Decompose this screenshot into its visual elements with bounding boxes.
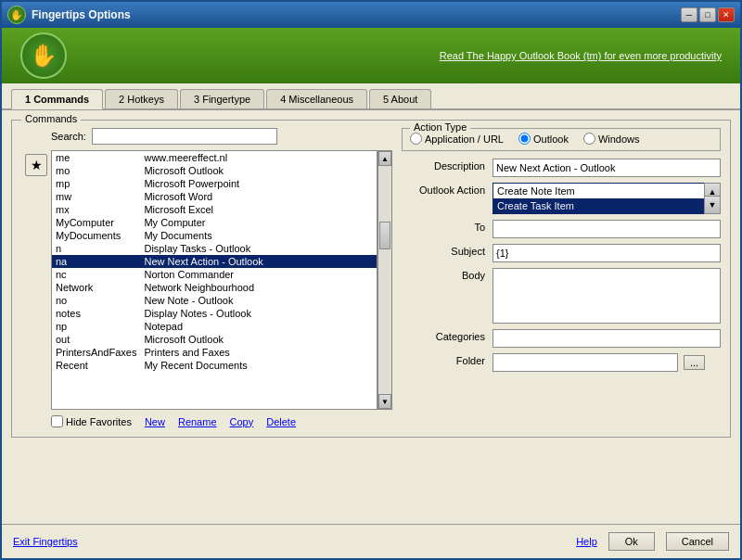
search-bar: Search: bbox=[51, 128, 392, 145]
command-list[interactable]: mewww.meereffect.nlmoMicrosoft Outlookmp… bbox=[51, 150, 377, 410]
subject-input[interactable] bbox=[493, 244, 721, 262]
list-scrollbar: ▲ ▼ bbox=[377, 150, 392, 410]
list-item[interactable]: mpMicrosoft Powerpoint bbox=[52, 177, 377, 190]
list-item[interactable]: RecentMy Recent Documents bbox=[52, 359, 377, 372]
outlook-action-dropdown[interactable]: Create Note Item Create Task Item ▲ ▼ bbox=[493, 183, 721, 214]
logo-icon: ✋ bbox=[10, 9, 23, 21]
list-item[interactable]: mxMicrosoft Excel bbox=[52, 203, 377, 216]
tab-about[interactable]: 5 About bbox=[369, 89, 431, 108]
close-button[interactable]: ✕ bbox=[718, 7, 735, 22]
action-type-label: Action Type bbox=[410, 121, 470, 133]
copy-link[interactable]: Copy bbox=[230, 416, 254, 427]
list-item[interactable]: PrintersAndFaxesPrinters and Faxes bbox=[52, 346, 377, 359]
cancel-button[interactable]: Cancel bbox=[666, 532, 729, 551]
minimize-button[interactable]: ─ bbox=[681, 7, 697, 22]
maximize-button[interactable]: □ bbox=[699, 7, 716, 22]
action-type-radio-row: Application / URL Outlook Windows bbox=[410, 133, 712, 145]
outlook-action-list: Create Note Item Create Task Item bbox=[493, 183, 721, 214]
list-item[interactable]: noNew Note - Outlook bbox=[52, 294, 377, 307]
description-row: Description bbox=[402, 159, 721, 177]
dropdown-item-create-task[interactable]: Create Task Item bbox=[493, 198, 720, 213]
list-item[interactable]: NetworkNetwork Neighbourhood bbox=[52, 281, 377, 294]
header-logo: ✋ bbox=[20, 32, 67, 79]
help-link[interactable]: Help bbox=[576, 536, 597, 547]
list-item[interactable]: naNew Next Action - Outlook bbox=[52, 255, 377, 268]
scroll-up-button[interactable]: ▲ bbox=[378, 151, 391, 166]
tab-commands[interactable]: 1 Commands bbox=[11, 89, 103, 109]
subject-label: Subject bbox=[402, 244, 485, 257]
list-actions: Hide Favorites New Rename Copy Delete bbox=[51, 415, 392, 427]
list-container: ★ mewww.meereffect.nlmoMicrosoft Outlook… bbox=[21, 150, 392, 410]
radio-outlook-label: Outlook bbox=[533, 134, 569, 145]
dropdown-scroll-down[interactable]: ▼ bbox=[704, 196, 721, 214]
tab-fingertype[interactable]: 3 Fingertype bbox=[180, 89, 264, 108]
folder-browse-button[interactable]: ... bbox=[684, 355, 705, 370]
radio-windows-input[interactable] bbox=[583, 133, 595, 145]
ok-button[interactable]: Ok bbox=[608, 532, 655, 551]
radio-outlook-input[interactable] bbox=[518, 133, 531, 145]
to-row: To bbox=[402, 220, 721, 238]
delete-link[interactable]: Delete bbox=[266, 416, 296, 427]
list-item[interactable]: npNotepad bbox=[52, 320, 377, 333]
search-label: Search: bbox=[51, 131, 86, 142]
header-link[interactable]: Read The Happy Outlook Book (tm) for eve… bbox=[440, 50, 722, 61]
logo-hand-icon: ✋ bbox=[30, 43, 58, 69]
list-item[interactable]: notesDisplay Notes - Outlook bbox=[52, 307, 377, 320]
radio-application-url: Application / URL bbox=[410, 133, 504, 145]
folder-container: ... bbox=[493, 353, 705, 372]
exit-fingertips-link[interactable]: Exit Fingertips bbox=[13, 536, 78, 547]
list-item[interactable]: nDisplay Tasks - Outlook bbox=[52, 242, 377, 255]
radio-application-url-input[interactable] bbox=[410, 133, 422, 145]
radio-outlook: Outlook bbox=[518, 133, 569, 145]
scroll-down-button[interactable]: ▼ bbox=[378, 394, 391, 409]
description-input[interactable] bbox=[493, 159, 721, 177]
categories-row: Categories bbox=[402, 329, 721, 348]
radio-windows: Windows bbox=[583, 133, 640, 145]
list-item[interactable]: ncNorton Commander bbox=[52, 268, 377, 281]
folder-input[interactable] bbox=[493, 353, 678, 372]
list-item[interactable]: MyComputerMy Computer bbox=[52, 216, 377, 229]
commands-group: Commands Search: ★ bbox=[11, 120, 731, 438]
description-label: Description bbox=[402, 159, 485, 172]
app-window: ✋ Fingertips Options ─ □ ✕ ✋ Read The Ha… bbox=[0, 0, 742, 560]
list-item[interactable]: MyDocumentsMy Documents bbox=[52, 229, 377, 242]
list-item[interactable]: mwMicrosoft Word bbox=[52, 190, 377, 203]
tab-miscellaneous[interactable]: 4 Miscellaneous bbox=[266, 89, 367, 108]
radio-windows-label: Windows bbox=[598, 134, 640, 145]
commands-inner: Search: ★ mewww.meereffect.nlmoMicrosoft… bbox=[21, 128, 721, 427]
list-item[interactable]: mewww.meereffect.nl bbox=[52, 151, 377, 164]
icon-area: ★ bbox=[21, 150, 51, 410]
action-type-group: Action Type Application / URL Outlook bbox=[402, 128, 721, 151]
commands-group-label: Commands bbox=[21, 113, 81, 124]
right-panel: Action Type Application / URL Outlook bbox=[402, 128, 721, 427]
body-row: Body bbox=[402, 268, 721, 324]
search-input[interactable] bbox=[92, 128, 277, 145]
hide-favorites-label: Hide Favorites bbox=[66, 416, 132, 427]
hide-favorites-checkbox[interactable] bbox=[51, 415, 63, 427]
tab-hotkeys[interactable]: 2 Hotkeys bbox=[105, 89, 178, 108]
rename-link[interactable]: Rename bbox=[178, 416, 217, 427]
bottom-bar: Exit Fingertips Help Ok Cancel bbox=[2, 524, 740, 558]
to-input[interactable] bbox=[493, 220, 721, 238]
scroll-thumb[interactable] bbox=[379, 222, 390, 249]
list-item[interactable]: outMicrosoft Outlook bbox=[52, 333, 377, 346]
list-icon: ★ bbox=[25, 154, 47, 176]
main-content: Commands Search: ★ bbox=[2, 110, 740, 520]
bottom-right: Help Ok Cancel bbox=[576, 532, 729, 551]
body-label: Body bbox=[402, 268, 485, 281]
radio-application-url-label: Application / URL bbox=[425, 134, 504, 145]
new-link[interactable]: New bbox=[145, 416, 165, 427]
dropdown-item-create-note[interactable]: Create Note Item bbox=[493, 184, 720, 198]
list-table: mewww.meereffect.nlmoMicrosoft Outlookmp… bbox=[52, 151, 377, 372]
outlook-action-row: Outlook Action Create Note Item Create T… bbox=[402, 183, 721, 214]
list-item[interactable]: moMicrosoft Outlook bbox=[52, 164, 377, 177]
scroll-track bbox=[378, 166, 391, 394]
left-panel: Search: ★ mewww.meereffect.nlmoMicrosoft… bbox=[21, 128, 392, 427]
header-banner: ✋ Read The Happy Outlook Book (tm) for e… bbox=[2, 28, 740, 83]
body-textarea[interactable] bbox=[493, 268, 721, 324]
to-label: To bbox=[402, 220, 485, 233]
subject-row: Subject bbox=[402, 244, 721, 262]
categories-input[interactable] bbox=[493, 329, 721, 348]
hide-favorites-area: Hide Favorites bbox=[51, 415, 132, 427]
favorites-icon: ★ bbox=[31, 158, 43, 172]
